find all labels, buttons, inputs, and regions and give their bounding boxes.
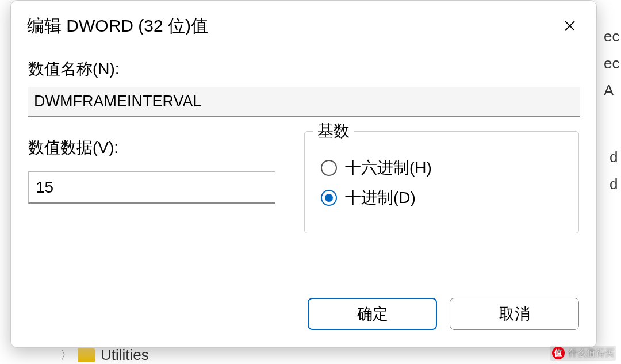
radio-hexadecimal[interactable]: 十六进制(H) (321, 157, 562, 179)
chevron-right-icon: 〉 (60, 347, 72, 363)
folder-icon (78, 348, 95, 362)
dialog-titlebar: 编辑 DWORD (32 位)值 (11, 1, 596, 41)
dialog-title: 编辑 DWORD (32 位)值 (27, 14, 208, 38)
bg-text-fragment: d d (610, 144, 621, 198)
dialog-body: 数值名称(N): 数值数据(V): 基数 十六进制(H) (11, 41, 596, 233)
base-legend: 基数 (313, 120, 354, 142)
value-data-section: 数值数据(V): (28, 137, 281, 233)
ok-button[interactable]: 确定 (308, 298, 437, 330)
value-name-label: 数值名称(N): (28, 58, 579, 80)
watermark-icon: 值 (552, 347, 565, 359)
radio-icon (321, 160, 337, 176)
radio-decimal[interactable]: 十进制(D) (321, 187, 562, 209)
dialog-button-row: 确定 取消 (290, 298, 596, 330)
bg-text-fragment: ec ec A (604, 23, 621, 104)
close-button[interactable] (559, 16, 580, 36)
radio-label: 十进制(D) (345, 187, 416, 209)
tree-item-utilities[interactable]: 〉 Utilities (60, 346, 149, 364)
value-data-label: 数值数据(V): (28, 137, 281, 159)
watermark: 值 什么值得买 (550, 346, 616, 361)
cancel-button[interactable]: 取消 (450, 298, 579, 330)
edit-dword-dialog: 编辑 DWORD (32 位)值 数值名称(N): 数值数据(V): 基数 (10, 0, 597, 348)
tree-item-label: Utilities (101, 346, 149, 364)
base-section: 基数 十六进制(H) 十进制(D) (304, 137, 579, 233)
value-data-input[interactable] (28, 171, 275, 204)
radio-label: 十六进制(H) (345, 157, 432, 179)
radio-icon (321, 190, 337, 206)
base-fieldset: 基数 十六进制(H) 十进制(D) (304, 131, 579, 233)
close-icon (563, 19, 577, 33)
value-name-input[interactable] (28, 87, 580, 117)
watermark-text: 什么值得买 (568, 347, 614, 359)
